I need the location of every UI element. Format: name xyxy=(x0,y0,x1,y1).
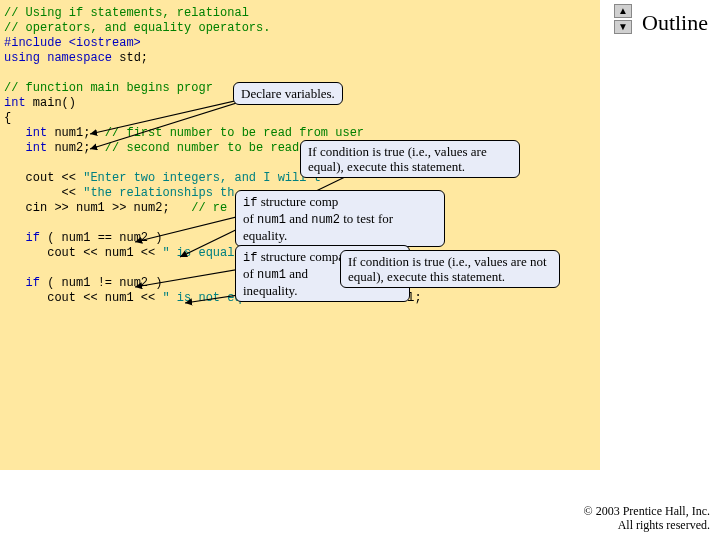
code-token: int xyxy=(4,126,47,140)
code-token: // first number to be read from user xyxy=(105,126,364,140)
code-token: // second number to be read fr xyxy=(105,141,321,155)
code-token: cin >> num1 >> num2; xyxy=(4,201,191,215)
code-token: using xyxy=(4,51,40,65)
code-token: int xyxy=(4,96,26,110)
code-token: ( num1 == num2 ) xyxy=(40,231,162,245)
callout-text: If condition is true (i.e., values are n… xyxy=(348,254,547,284)
code-line: // function main begins progr xyxy=(4,81,213,95)
code-line: // operators, and equality operators. xyxy=(4,21,270,35)
code-token: cout << num1 << xyxy=(4,246,162,260)
code-token: "the relationships th xyxy=(83,186,234,200)
copyright: © 2003 Prentice Hall, Inc. All rights re… xyxy=(584,504,710,532)
copyright-line2: All rights reserved. xyxy=(584,518,710,532)
code-token: " is equal xyxy=(162,246,234,260)
callout-mono: if xyxy=(243,251,257,265)
code-token: << xyxy=(4,186,83,200)
nav-down-button[interactable]: ▼ xyxy=(614,20,632,34)
code-token: ( num1 != num2 ) xyxy=(40,276,162,290)
copyright-line1: © 2003 Prentice Hall, Inc. xyxy=(584,504,710,518)
code-token: "Enter two integers, and I will t xyxy=(83,171,321,185)
code-token: cout << xyxy=(4,171,83,185)
outline-title: Outline xyxy=(642,10,708,36)
code-line: #include <iostream> xyxy=(4,36,141,50)
code-token: num2; xyxy=(47,141,105,155)
callout-if-structure-equality: if structure comp of num1 and num2 to te… xyxy=(235,190,445,247)
callout-text: of xyxy=(243,211,257,226)
callout-text: If condition is true (i.e., values are e… xyxy=(308,144,487,174)
nav-up-button[interactable]: ▲ xyxy=(614,4,632,18)
nav-arrows: ▲ ▼ xyxy=(614,4,632,34)
callout-declare-vars: Declare variables. xyxy=(233,82,343,105)
code-token: std; xyxy=(112,51,148,65)
code-line: // Using if statements, relational xyxy=(4,6,249,20)
code-token: if xyxy=(4,276,40,290)
code-token: if xyxy=(4,231,40,245)
callout-text: inequality. xyxy=(243,283,297,298)
callout-mono: if xyxy=(243,196,257,210)
callout-mono: num1 xyxy=(257,213,286,227)
code-token: namespace xyxy=(40,51,112,65)
callout-if-true-notequal: If condition is true (i.e., values are n… xyxy=(340,250,560,288)
code-token: num1; xyxy=(47,126,105,140)
callout-mono: num1 xyxy=(257,268,286,282)
code-line: { xyxy=(4,111,11,125)
callout-mono: num2 xyxy=(311,213,340,227)
callout-text: and xyxy=(286,211,311,226)
code-token: // re xyxy=(191,201,227,215)
callout-text: and xyxy=(286,266,308,281)
code-token: cout << num1 << xyxy=(4,291,162,305)
code-token: main() xyxy=(26,96,76,110)
callout-text: Declare variables. xyxy=(241,86,335,101)
callout-text: structure comp xyxy=(257,194,338,209)
callout-if-true-equal: If condition is true (i.e., values are e… xyxy=(300,140,520,178)
code-token: int xyxy=(4,141,47,155)
